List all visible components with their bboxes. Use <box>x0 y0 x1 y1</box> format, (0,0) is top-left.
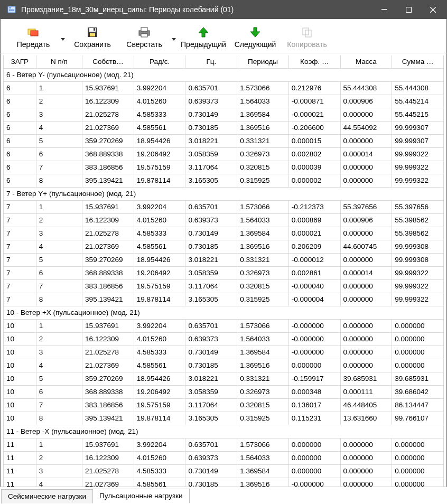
table-cell: 0.315925 <box>237 293 289 306</box>
table-cell: 5 <box>36 254 82 267</box>
svg-rect-2 <box>9 9 14 10</box>
table-cell: 55.445214 <box>392 95 444 108</box>
table-cell: 11 <box>4 438 36 452</box>
table-cell: 0.000000 <box>392 333 444 346</box>
table-row[interactable]: 11421.0273694.5855610.7301851.369516-0.0… <box>4 478 444 487</box>
column-header[interactable]: Гц. <box>185 55 237 69</box>
save-label: Сохранить <box>74 40 111 49</box>
table-cell: 0.000869 <box>288 214 340 227</box>
column-header[interactable]: Рад/с. <box>134 55 185 69</box>
table-cell: 8 <box>36 412 82 425</box>
column-header[interactable]: Сумма … <box>392 55 444 69</box>
minimize-button[interactable] <box>372 0 396 19</box>
table-row[interactable]: 65359.27026918.9544263.0182210.3313210.0… <box>4 135 444 148</box>
table-row[interactable]: 11115.9376913.9922040.6357011.5730660.00… <box>4 438 444 452</box>
table-row[interactable]: 7421.0273694.5855610.7301851.3695160.206… <box>4 240 444 254</box>
table-row[interactable]: 6115.9376913.9922040.6357011.5730660.212… <box>4 82 444 95</box>
table-cell: -0.212373 <box>288 201 340 214</box>
table-row[interactable]: 68395.13942119.8781143.1653050.3159250.0… <box>4 174 444 188</box>
table-row[interactable]: 78395.13942119.8781143.1653050.315925-0.… <box>4 293 444 306</box>
table-row[interactable]: 7115.9376913.9922040.6357011.573066-0.21… <box>4 201 444 214</box>
table-cell: 0.315925 <box>237 174 289 188</box>
table-row[interactable]: 6216.1223094.0152600.6393731.564033-0.00… <box>4 95 444 108</box>
table-cell: 6 <box>36 386 82 399</box>
table-cell: 3.992204 <box>134 201 185 214</box>
tab-pulsation[interactable]: Пульсационные нагрузки <box>92 489 190 503</box>
table-row[interactable]: 11321.0252784.5853330.7301491.3695840.00… <box>4 465 444 478</box>
table-cell: 3 <box>36 227 82 240</box>
transfer-button[interactable]: Передать <box>7 24 59 50</box>
table-row[interactable]: 76368.88933819.2064923.0583590.3269730.0… <box>4 267 444 280</box>
table-row[interactable]: 107383.18685619.5751593.1170640.3208150.… <box>4 399 444 412</box>
table-cell: 55.398562 <box>392 214 444 227</box>
table-scroll[interactable]: ЗАГРN п/пСобств…Рад/с.Гц.ПериодыКоэф. …М… <box>0 53 447 487</box>
table-cell: 21.027369 <box>82 478 134 487</box>
table-cell: 55.397656 <box>392 201 444 214</box>
maximize-button[interactable] <box>396 0 421 19</box>
column-header[interactable]: Коэф. … <box>288 55 340 69</box>
table-row[interactable]: 108395.13942119.8781143.1653050.3159250.… <box>4 412 444 425</box>
table-cell: 0.635701 <box>185 320 237 333</box>
column-header[interactable]: Масса <box>340 55 392 69</box>
prev-button[interactable]: Предыдущий <box>178 24 229 50</box>
column-header[interactable]: Периоды <box>237 55 289 69</box>
table-row[interactable]: 10216.1223094.0152600.6393731.564033-0.0… <box>4 333 444 346</box>
table-row[interactable]: 11216.1223094.0152600.6393731.5640330.00… <box>4 452 444 465</box>
table-cell: 395.139421 <box>82 174 134 188</box>
table-cell: 0.326973 <box>237 386 289 399</box>
table-cell: 4.015260 <box>134 452 185 465</box>
transfer-dropdown[interactable] <box>59 29 67 50</box>
table-row[interactable]: 10421.0273694.5855610.7301851.3695160.00… <box>4 359 444 372</box>
table-row[interactable]: 6321.0252784.5853330.7301491.369584-0.00… <box>4 108 444 122</box>
table-cell: 0.320815 <box>237 399 289 412</box>
table-row[interactable]: 6421.0273694.5855610.7301851.369516-0.20… <box>4 122 444 135</box>
table-cell: 7 <box>4 280 36 293</box>
tab-seismic[interactable]: Сейсмические нагрузки <box>1 489 93 503</box>
toolbar: Передать Сохранить Сверстать <box>0 19 447 53</box>
table-cell: 6 <box>4 82 36 95</box>
titlebar: Промздание_18м_30м_инерц_силы: Периоды к… <box>0 0 447 19</box>
group-header-row: 7 - Ветер Y+ (пульсационное) (мод. 21) <box>4 188 444 201</box>
table-cell: 368.889338 <box>82 386 134 399</box>
next-button[interactable]: Следующий <box>229 24 281 50</box>
compose-dropdown[interactable] <box>170 29 178 50</box>
close-button[interactable] <box>421 0 445 19</box>
table-row[interactable]: 77383.18685619.5751593.1170640.320815-0.… <box>4 280 444 293</box>
table-cell: 3.058359 <box>185 386 237 399</box>
save-icon <box>87 25 98 39</box>
table-cell: 1.369584 <box>237 227 289 240</box>
table-cell: -0.000021 <box>288 108 340 122</box>
table-row[interactable]: 105359.27026918.9544263.0182210.331321-0… <box>4 372 444 386</box>
column-header[interactable]: N п/п <box>36 55 82 69</box>
table-row[interactable]: 66368.88933819.2064923.0583590.3269730.0… <box>4 148 444 161</box>
table-cell: 4 <box>36 478 82 487</box>
table-row[interactable]: 67383.18685619.5751593.1170640.3208150.0… <box>4 161 444 174</box>
column-header[interactable]: Собств… <box>82 55 134 69</box>
table-cell: 1.573066 <box>237 82 289 95</box>
table-cell: 4.585333 <box>134 465 185 478</box>
table-cell: 4 <box>36 240 82 254</box>
column-header[interactable]: ЗАГР <box>4 55 36 69</box>
table-row[interactable]: 106368.88933819.2064923.0583590.3269730.… <box>4 386 444 399</box>
table-cell: -0.000871 <box>288 95 340 108</box>
table-cell: 0.326973 <box>237 267 289 280</box>
table-cell: 0.000000 <box>288 452 340 465</box>
table-cell: 2 <box>36 333 82 346</box>
compose-button[interactable]: Сверстать <box>118 24 170 50</box>
table-cell: 21.027369 <box>82 122 134 135</box>
table-row[interactable]: 7321.0252784.5853330.7301491.3695840.000… <box>4 227 444 240</box>
table-cell: 99.999322 <box>392 280 444 293</box>
save-button[interactable]: Сохранить <box>67 24 118 50</box>
table-cell: 46.448405 <box>340 399 392 412</box>
group-header-row: 10 - Ветер +X (пульсационное) (мод. 21) <box>4 306 444 320</box>
table-cell: 0.000000 <box>392 320 444 333</box>
table-cell: 8 <box>36 293 82 306</box>
table-cell: 10 <box>4 320 36 333</box>
table-cell: 0.639373 <box>185 95 237 108</box>
table-row[interactable]: 7216.1223094.0152600.6393731.5640330.000… <box>4 214 444 227</box>
table-cell: 4.585333 <box>134 108 185 122</box>
table-row[interactable]: 10321.0252784.5853330.7301491.369584-0.0… <box>4 346 444 359</box>
table-row[interactable]: 10115.9376913.9922040.6357011.573066-0.0… <box>4 320 444 333</box>
table-cell: 4.015260 <box>134 95 185 108</box>
table-row[interactable]: 75359.27026918.9544263.0182210.331321-0.… <box>4 254 444 267</box>
